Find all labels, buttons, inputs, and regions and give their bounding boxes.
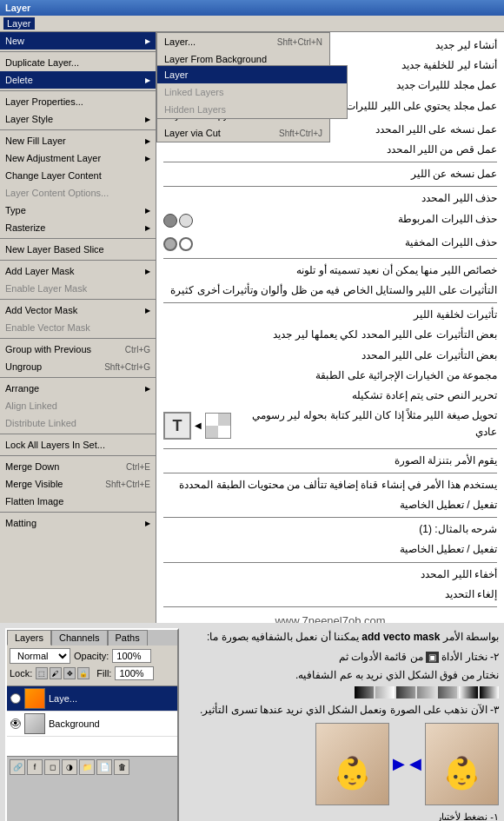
eye-icon-0[interactable]: 👁 xyxy=(10,693,21,704)
baby-img-2 xyxy=(315,723,389,805)
menu-type[interactable]: Type ▶ xyxy=(0,202,156,219)
sep-right-5 xyxy=(163,448,497,449)
sep-right-4 xyxy=(163,302,497,303)
menu-flatten-image[interactable]: Flatten Image xyxy=(0,493,156,510)
lock-paint-icon[interactable]: 🖌 xyxy=(50,667,62,679)
menu-new-adjustment-layer[interactable]: New Adjustment Layer ▶ xyxy=(0,149,156,167)
lock-label: Lock: xyxy=(10,668,32,679)
menu-new-arrow: ▶ xyxy=(145,37,150,45)
line-7: عمل نسخه عن اللير xyxy=(163,166,497,182)
menu-rasterize[interactable]: Rasterize ▶ xyxy=(0,219,156,236)
lock-icons: ⬚ 🖌 ✥ 🔒 xyxy=(36,667,90,679)
line-10: التأثيرات على اللير والستايل الخاص فيه م… xyxy=(163,282,497,299)
sep-right-2 xyxy=(163,186,497,187)
menu-enable-layer-mask[interactable]: Enable Layer Mask xyxy=(0,280,156,297)
menu-duplicate-layer[interactable]: Duplicate Layer... xyxy=(0,54,156,71)
menu-group-with-previous[interactable]: Group with Previous Ctrl+G xyxy=(0,341,156,358)
menu-align-linked[interactable]: Align Linked xyxy=(0,397,156,414)
menu-merge-down[interactable]: Merge Down Ctrl+E xyxy=(0,458,156,475)
layer-item-1[interactable]: 👁 Background xyxy=(7,712,177,737)
instruction-title: بواسطة الأمر add vecto mask يمكننا أن نع… xyxy=(184,628,499,646)
new-layer-btn[interactable]: 📄 xyxy=(96,759,112,775)
mask-btn[interactable]: ◻ xyxy=(44,759,60,775)
opacity-label: Opacity: xyxy=(74,651,109,661)
menu-change-layer-content[interactable]: Change Layer Content xyxy=(0,167,156,184)
menu-layer-properties[interactable]: Layer Properties... xyxy=(0,93,156,110)
opacity-input[interactable] xyxy=(112,649,151,663)
tab-layers[interactable]: Layers xyxy=(7,630,51,646)
line-17: يستخدم هذا الأمر في إنشاء قناة إضافية تت… xyxy=(163,477,497,493)
layer-name-1: Background xyxy=(49,718,174,729)
menu-ungroup[interactable]: Ungroup Shft+Ctrl+G xyxy=(0,358,156,375)
sep-7 xyxy=(0,338,156,339)
icon-row-4: تحويل صيغة اللير مثلاً إذا كان اللير كتا… xyxy=(163,407,497,444)
checker-icon xyxy=(205,413,231,439)
submenu-delete-layer[interactable]: Layer xyxy=(157,66,347,83)
new-fill-adj-btn[interactable]: ◑ xyxy=(62,759,77,775)
watermark-container: www.7neenel7ob.com xyxy=(163,612,497,623)
menu-matting[interactable]: Matting ▶ xyxy=(0,514,156,532)
line-16: يقوم الأمر بتنزلة الصورة xyxy=(163,453,497,469)
layers-panel: Layers Channels Paths Normal Opacity: Lo… xyxy=(5,628,179,821)
submenu-layer-via-cut[interactable]: Layer via Cut Shft+Ctrl+J xyxy=(157,124,329,142)
link-layers-btn[interactable]: 🔗 xyxy=(10,759,25,775)
menu-delete[interactable]: Delete ▶ xyxy=(0,71,156,89)
swatch-row xyxy=(184,686,499,699)
swatch-3 xyxy=(438,686,457,699)
sep-4 xyxy=(0,238,156,239)
fx-btn[interactable]: f xyxy=(27,759,43,775)
menu-add-vector-mask[interactable]: Add Vector Mask ▶ xyxy=(0,301,156,319)
menu-delete-arrow: ▶ xyxy=(145,76,150,84)
layer-name-0: Laye... xyxy=(49,693,174,704)
line-14: مجموعة من الخيارات الإجرائية على الطبقة xyxy=(163,367,497,384)
submenu-delete-hidden[interactable]: Hidden Layers xyxy=(157,101,347,118)
menu-lock-all-layers[interactable]: Lock All Layers In Set... xyxy=(0,436,156,454)
blend-mode-select[interactable]: Normal xyxy=(10,648,70,664)
baby-images-row: ◀ ▶ xyxy=(184,723,499,805)
lock-all-icon[interactable]: 🔒 xyxy=(77,667,90,679)
lock-transparent-icon[interactable]: ⬚ xyxy=(36,667,48,679)
menu-new-layer-based-slice[interactable]: New Layer Based Slice xyxy=(0,241,156,258)
watermark-text: www.7neenel7ob.com xyxy=(275,614,385,623)
bottom-section: Layers Channels Paths Normal Opacity: Lo… xyxy=(0,623,504,821)
submenu-delete-linked[interactable]: Linked Layers xyxy=(157,83,347,101)
sep-2 xyxy=(0,90,156,91)
lock-move-icon[interactable]: ✥ xyxy=(63,667,76,679)
line-21: أخفاء اللير المحدد xyxy=(163,566,497,583)
eye-icon-1[interactable]: 👁 xyxy=(10,718,21,729)
sep-11 xyxy=(0,512,156,513)
delete-layer-btn[interactable]: 🗑 xyxy=(114,759,129,775)
menu-new[interactable]: New ▶ xyxy=(0,32,156,50)
menu-arrange[interactable]: Arrange ▶ xyxy=(0,380,156,397)
menu-add-layer-mask[interactable]: Add Layer Mask ▶ xyxy=(0,262,156,280)
layers-toolbar: 🔗 f ◻ ◑ 📁 📄 🗑 xyxy=(7,756,177,778)
hidden-icon xyxy=(179,237,193,251)
swatch-6 xyxy=(375,686,395,699)
menu-layer-style[interactable]: Layer Style ▶ xyxy=(0,110,156,128)
line-22: إلغاء التحديد xyxy=(163,586,497,603)
menu-enable-vector-mask[interactable]: Enable Vector Mask xyxy=(0,319,156,336)
menu-layer-content-options[interactable]: Layer Content Options... xyxy=(0,184,156,202)
menu-merge-visible[interactable]: Merge Visible Shft+Ctrl+E xyxy=(0,475,156,493)
layer-item-0[interactable]: 👁 Laye... xyxy=(7,686,177,712)
sep-6 xyxy=(0,299,156,300)
sep-right-7 xyxy=(163,517,497,518)
menu-item-layer[interactable]: Layer xyxy=(3,17,35,30)
fill-input[interactable] xyxy=(115,666,154,680)
menu-new-fill-layer[interactable]: New Fill Layer ▶ xyxy=(0,132,156,149)
swatch-5 xyxy=(396,686,415,699)
submenu-layer[interactable]: Layer... Shft+Ctrl+N xyxy=(157,33,329,50)
menu-distribute-linked[interactable]: Distribute Linked xyxy=(0,414,156,432)
line-19: شرحه بالمثال: (1) xyxy=(163,521,497,538)
layer-list: 👁 Laye... 👁 Background xyxy=(7,686,177,756)
line-9: خصائص اللير منها يمكن أن نعيد تسميته أو … xyxy=(163,262,497,279)
step-2: ٢- نختار الأداة ▣ من قائمة الأدوات ثم نخ… xyxy=(184,648,499,684)
tab-channels[interactable]: Channels xyxy=(51,630,107,646)
linked-icon xyxy=(179,214,193,228)
line-6: عمل قص من اللير المحدد xyxy=(163,142,497,158)
layer-menu: New ▶ Duplicate Layer... Delete ▶ Layer … xyxy=(0,32,156,623)
lock-row: Lock: ⬚ 🖌 ✥ 🔒 Fill: xyxy=(10,666,175,680)
new-group-btn[interactable]: 📁 xyxy=(79,759,95,775)
tab-paths[interactable]: Paths xyxy=(108,630,148,646)
swatch-1 xyxy=(480,686,499,699)
